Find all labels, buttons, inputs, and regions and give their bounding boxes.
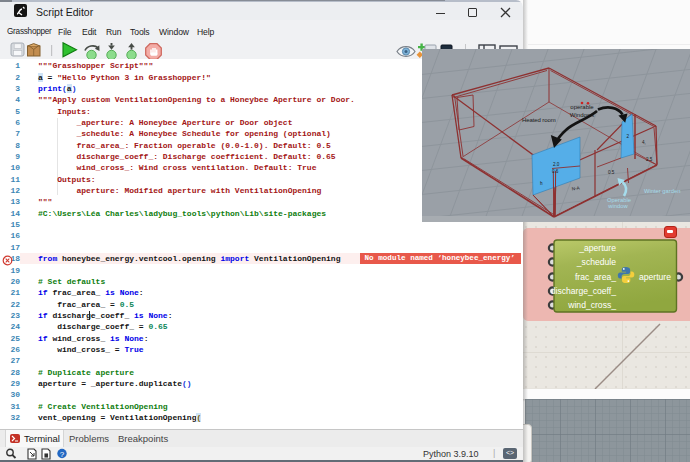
svg-text:2.0: 2.0	[553, 162, 560, 167]
svg-text:window: window	[607, 203, 628, 209]
svg-text:frac_area_: frac_area_	[575, 272, 616, 282]
svg-text:aperture: aperture	[639, 272, 671, 282]
svg-text:0.6: 0.6	[552, 169, 559, 174]
svg-text:discharge_coeff_: discharge_coeff_	[551, 286, 617, 296]
svg-text:?: ?	[60, 450, 65, 459]
svg-text:4,: 4,	[642, 140, 646, 145]
svg-text:h: h	[540, 181, 543, 186]
svg-text:2.5: 2.5	[646, 157, 653, 162]
svg-text:wind_cross_: wind_cross_	[567, 300, 616, 310]
svg-text:_aperture: _aperture	[578, 243, 616, 253]
svg-text:Winter garden: Winter garden	[644, 188, 680, 194]
svg-text:operable: operable	[570, 104, 594, 110]
svg-text:_schedule: _schedule	[576, 257, 616, 267]
svg-text:0.5: 0.5	[608, 170, 615, 175]
svg-text:Heated room: Heated room	[522, 117, 556, 123]
svg-text:2: 2	[627, 134, 630, 139]
